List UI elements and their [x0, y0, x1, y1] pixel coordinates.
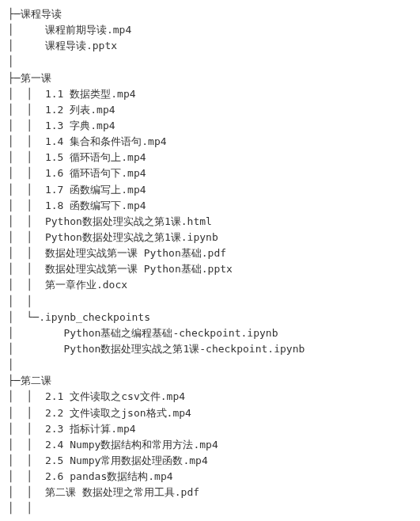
- file-row: │ │ 2.4 Numpy数据结构和常用方法.mp4: [8, 437, 412, 453]
- file-name: 2.1 文件读取之csv文件.mp4: [45, 390, 185, 402]
- file-row: │ │ 2.6 pandas数据结构.mp4: [8, 469, 412, 485]
- file-row: │ 课程前期导读.mp4: [8, 22, 412, 38]
- file-row: │ Python基础之编程基础-checkpoint.ipynb: [8, 325, 412, 341]
- tree-prefix: │ │: [8, 104, 45, 116]
- tree-prefix: │ │: [8, 486, 45, 498]
- tree-prefix: │ └─: [8, 311, 39, 323]
- tree-pipe-row: │ │: [8, 500, 412, 516]
- file-name: 2.6 pandas数据结构.mp4: [45, 470, 173, 482]
- file-row: │ │ 第二课 数据处理之常用工具.pdf: [8, 485, 412, 500]
- tree-prefix: │: [8, 40, 45, 51]
- tree-prefix: │ │: [8, 120, 45, 131]
- tree-prefix: │ │: [8, 135, 45, 147]
- file-name: 1.2 列表.mp4: [45, 104, 115, 116]
- tree-prefix: │ │: [8, 279, 45, 291]
- tree-pipe-row: │ │: [8, 294, 412, 310]
- file-name: 2.3 指标计算.mp4: [45, 423, 136, 435]
- tree-prefix: │ │: [8, 151, 45, 163]
- file-name: Python数据处理实战之第1课.ipynb: [45, 231, 218, 243]
- file-row: │ │ 1.7 函数编写上.mp4: [8, 182, 412, 198]
- tree-prefix: │ │: [8, 407, 45, 419]
- tree-prefix: ├─: [8, 72, 21, 84]
- tree-prefix: │ │: [8, 470, 45, 482]
- tree-prefix: │: [8, 24, 45, 36]
- file-name: 数据处理实战第一课 Python基础.pdf: [45, 247, 226, 259]
- file-row: │ │ 1.8 函数编写下.mp4: [8, 198, 412, 214]
- file-name: 2.4 Numpy数据结构和常用方法.mp4: [45, 439, 218, 451]
- folder-row: │ └─.ipynb_checkpoints: [8, 310, 412, 325]
- file-row: │ │ 2.1 文件读取之csv文件.mp4: [8, 389, 412, 405]
- tree-prefix: │ │: [8, 167, 45, 179]
- file-row: │ │ 1.5 循环语句上.mp4: [8, 150, 412, 165]
- file-name: 2.5 Numpy常用数据处理函数.mp4: [45, 454, 208, 466]
- tree-prefix: │ │: [8, 263, 45, 275]
- tree-prefix: │: [8, 343, 63, 355]
- file-name: Python数据处理实战之第1课-checkpoint.ipynb: [63, 343, 305, 355]
- file-row: │ Python数据处理实战之第1课-checkpoint.ipynb: [8, 341, 412, 357]
- tree-prefix: │ │: [8, 247, 45, 259]
- file-name: 1.1 数据类型.mp4: [45, 88, 136, 100]
- file-name: 1.7 函数编写上.mp4: [45, 184, 146, 196]
- file-row: │ │ 2.2 文件读取之json格式.mp4: [8, 405, 412, 421]
- folder-name: 第一课: [21, 72, 51, 84]
- tree-prefix: │ │: [8, 215, 45, 227]
- tree-pipe-row: │: [8, 54, 412, 70]
- tree-prefix: │ │: [8, 390, 45, 402]
- folder-row: ├─课程导读: [8, 6, 412, 22]
- file-name: 课程导读.pptx: [45, 40, 117, 51]
- file-row: │ │ 1.3 字典.mp4: [8, 118, 412, 134]
- file-name: Python数据处理实战之第1课.html: [45, 215, 212, 227]
- file-row: │ │ 数据处理实战第一课 Python基础.pptx: [8, 261, 412, 277]
- file-tree: ├─课程导读 │ 课程前期导读.mp4 │ 课程导读.pptx │ ├─第一课 …: [0, 0, 420, 521]
- file-name: 1.4 集合和条件语句.mp4: [45, 135, 167, 147]
- tree-prefix: │ │: [8, 200, 45, 211]
- tree-prefix: │ │: [8, 454, 45, 466]
- file-name: 1.6 循环语句下.mp4: [45, 167, 146, 179]
- folder-name: 课程导读: [21, 8, 62, 20]
- file-row: │ │ 1.4 集合和条件语句.mp4: [8, 134, 412, 150]
- file-row: │ │ 1.1 数据类型.mp4: [8, 86, 412, 102]
- file-row: │ │ Python数据处理实战之第1课.html: [8, 214, 412, 230]
- file-name: 1.8 函数编写下.mp4: [45, 200, 146, 211]
- file-name: 1.3 字典.mp4: [45, 120, 115, 131]
- file-name: Python基础之编程基础-checkpoint.ipynb: [63, 327, 278, 339]
- file-name: 第一章作业.docx: [45, 279, 127, 291]
- tree-prefix: ├─: [8, 8, 21, 20]
- file-row: │ │ 1.6 循环语句下.mp4: [8, 165, 412, 181]
- file-row: │ 课程导读.pptx: [8, 38, 412, 54]
- file-name: 课程前期导读.mp4: [45, 24, 131, 36]
- tree-prefix: │ │: [8, 423, 45, 435]
- folder-row: ├─第一课: [8, 70, 412, 86]
- tree-prefix: │ │: [8, 184, 45, 196]
- folder-name: .ipynb_checkpoints: [39, 311, 150, 323]
- file-name: 2.2 文件读取之json格式.mp4: [45, 407, 191, 419]
- file-row: │ │ 2.5 Numpy常用数据处理函数.mp4: [8, 453, 412, 469]
- folder-name: 第二课: [21, 375, 51, 386]
- tree-prefix: │ │: [8, 231, 45, 243]
- tree-prefix: ├─: [8, 375, 21, 386]
- file-row: │ │ 数据处理实战第一课 Python基础.pdf: [8, 245, 412, 261]
- tree-prefix: │ │: [8, 439, 45, 451]
- file-row: │ │ 2.3 指标计算.mp4: [8, 421, 412, 437]
- folder-row: ├─第二课: [8, 373, 412, 389]
- file-name: 第二课 数据处理之常用工具.pdf: [45, 486, 199, 498]
- tree-pipe-row: │: [8, 357, 412, 373]
- file-name: 1.5 循环语句上.mp4: [45, 151, 146, 163]
- file-row: │ │ 1.2 列表.mp4: [8, 102, 412, 118]
- file-row: │ │ Python数据处理实战之第1课.ipynb: [8, 230, 412, 245]
- tree-prefix: │: [8, 327, 63, 339]
- file-name: 数据处理实战第一课 Python基础.pptx: [45, 263, 233, 275]
- file-row: │ │ 第一章作业.docx: [8, 277, 412, 293]
- tree-prefix: │ │: [8, 88, 45, 100]
